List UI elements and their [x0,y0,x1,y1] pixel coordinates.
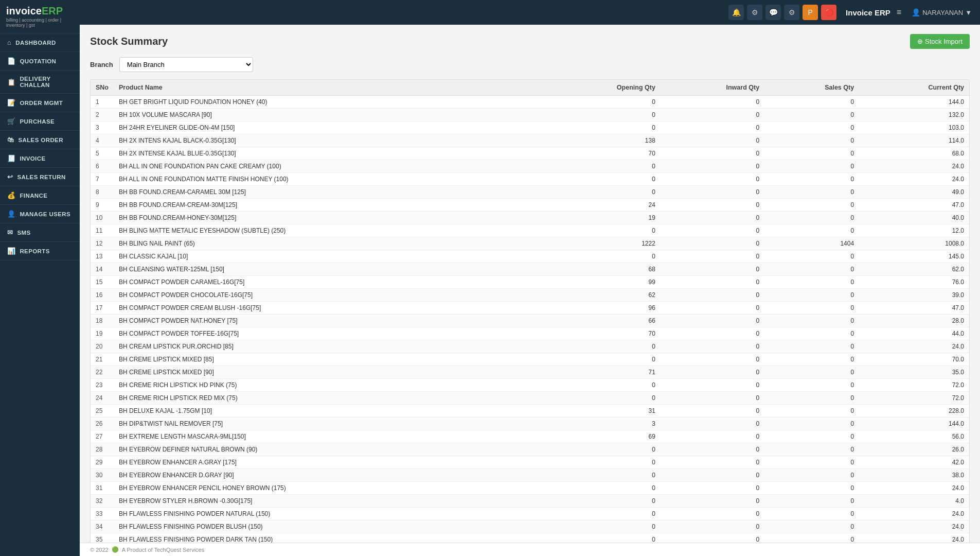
table-row: 12BH BLING NAIL PAINT (65)1222014041008.… [91,237,969,250]
cell-inward_qty: 0 [661,340,764,353]
cell-opening_qty: 0 [544,443,661,456]
cell-opening_qty: 71 [544,366,661,379]
settings-icon[interactable]: ⚙ [747,5,762,20]
cell-sales_qty: 0 [764,469,859,482]
cell-product_name: BH FLAWLESS FINISHING POWDER BLUSH (150) [114,520,544,533]
cell-product_name: BH EYEBROW DEFINER NATURAL BROWN (90) [114,443,544,456]
cell-current_qty: 24.0 [859,508,969,520]
cell-opening_qty: 62 [544,289,661,302]
sidebar-nav: ⌂DASHBOARD📄QUOTATION📋DELIVERY CHALLAN📝OR… [0,33,80,556]
topbar-user[interactable]: 👤 NARAYANAN ▼ [912,8,972,16]
cell-inward_qty: 0 [661,109,764,121]
cell-opening_qty: 0 [544,508,661,520]
branch-select[interactable]: Main BranchBranch 2Branch 3 [119,57,253,72]
table-row: 28BH EYEBROW DEFINER NATURAL BROWN (90)0… [91,443,969,456]
cell-inward_qty: 0 [661,418,764,430]
cell-opening_qty: 24 [544,199,661,212]
cell-current_qty: 72.0 [859,392,969,405]
table-row: 19BH COMPACT POWDER TOFFEE-16G[75]700044… [91,327,969,340]
cell-product_name: BH EXTREME LENGTH MASCARA-9ML[150] [114,430,544,443]
filter-row: Branch Main BranchBranch 2Branch 3 [90,57,970,72]
table-row: 22BH CREME LIPSTICK MIXED [90]710035.0 [91,366,969,379]
cell-current_qty: 24.0 [859,160,969,173]
nav-icon-order-mgmt: 📝 [7,99,15,107]
col-current_qty: Current Qty [859,80,969,96]
sidebar-label-sales-order: SALES ORDER [18,137,63,143]
cell-product_name: BH CLASSIC KAJAL [10] [114,250,544,263]
nav-icon-sales-return: ↩ [7,173,13,181]
cell-inward_qty: 0 [661,212,764,224]
cell-current_qty: 24.0 [859,482,969,495]
cell-product_name: BH CREME LIPSTICK MIXED [90] [114,366,544,379]
cell-inward_qty: 0 [661,289,764,302]
main-wrapper: 🔔 ⚙ 💬 ⚙ P 🔴 Invoice ERP ≡ 👤 NARAYANAN ▼ … [80,0,980,556]
nav-icon-reports: 📊 [7,247,15,255]
nav-icon-finance: 💰 [7,192,15,199]
cell-current_qty: 24.0 [859,340,969,353]
cell-sales_qty: 0 [764,109,859,121]
cell-inward_qty: 0 [661,327,764,340]
cell-current_qty: 28.0 [859,315,969,327]
cell-product_name: BH ALL IN ONE FOUNDATION MATTE FINISH HO… [114,173,544,186]
table-row: 14BH CLEANSING WATER-125ML [150]680062.0 [91,263,969,276]
table-row: 16BH COMPACT POWDER CHOCOLATE-16G[75]620… [91,289,969,302]
cell-current_qty: 68.0 [859,147,969,160]
table-row: 2BH 10X VOLUME MASCARA [90]000132.0 [91,109,969,121]
cell-sno: 32 [91,495,114,508]
cell-sno: 15 [91,276,114,289]
cell-sno: 27 [91,430,114,443]
col-sales_qty: Sales Qty [764,80,859,96]
cell-product_name: BH COMPACT POWDER NAT.HONEY [75] [114,315,544,327]
cell-current_qty: 1008.0 [859,237,969,250]
cell-sales_qty: 0 [764,495,859,508]
cell-sales_qty: 0 [764,520,859,533]
topbar-menu-icon[interactable]: ≡ [897,8,901,17]
cell-current_qty: 24.0 [859,173,969,186]
orange-icon[interactable]: P [803,5,818,20]
cell-inward_qty: 0 [661,160,764,173]
cell-current_qty: 12.0 [859,224,969,237]
chat-icon[interactable]: 💬 [765,5,781,20]
cell-sno: 3 [91,121,114,134]
topbar-username: NARAYANAN [922,9,963,16]
table-row: 20BH CREAM LIPSTICK PUR.ORCHID [85]00024… [91,340,969,353]
table-row: 30BH EYEBROW ENHANCER D.GRAY [90]00038.0 [91,469,969,482]
bell-icon[interactable]: 🔔 [728,5,744,20]
content-area: Stock Summary ⊕ Stock Import Branch Main… [80,25,980,543]
red-icon[interactable]: 🔴 [821,5,836,20]
cell-sales_qty: 0 [764,366,859,379]
cell-product_name: BH COMPACT POWDER CHOCOLATE-16G[75] [114,289,544,302]
cell-current_qty: 228.0 [859,405,969,418]
sidebar-item-sales-return: ↩SALES RETURN [0,168,80,186]
cell-product_name: BH EYEBROW ENHANCER PENCIL HONEY BROWN (… [114,482,544,495]
sidebar-item-sms: ✉SMS [0,223,80,242]
cell-sno: 28 [91,443,114,456]
cell-opening_qty: 1222 [544,237,661,250]
cell-opening_qty: 0 [544,495,661,508]
cell-opening_qty: 0 [544,173,661,186]
cell-sales_qty: 0 [764,134,859,147]
cell-sales_qty: 1404 [764,237,859,250]
cell-current_qty: 24.0 [859,533,969,543]
cell-sales_qty: 0 [764,173,859,186]
cell-product_name: BH CREME LIPSTICK MIXED [85] [114,353,544,366]
cell-opening_qty: 138 [544,134,661,147]
nav-icon-delivery-challan: 📋 [7,78,15,86]
cell-sales_qty: 0 [764,199,859,212]
config-icon[interactable]: ⚙ [784,5,799,20]
sidebar-item-purchase: 🛒PURCHASE [0,112,80,131]
table-row: 23BH CREME RICH LIPSTICK HD PINK (75)000… [91,379,969,392]
sidebar-item-manage-users: 👤MANAGE USERS [0,205,80,223]
sidebar-label-purchase: PURCHASE [20,118,55,125]
sidebar-label-manage-users: MANAGE USERS [20,211,70,217]
page-header: Stock Summary ⊕ Stock Import [90,34,970,49]
stock-import-button[interactable]: ⊕ Stock Import [910,34,970,49]
cell-sales_qty: 0 [764,456,859,469]
cell-inward_qty: 0 [661,173,764,186]
logo-tagline: billing | accounting | order | inventory… [6,18,74,28]
cell-opening_qty: 70 [544,147,661,160]
cell-opening_qty: 66 [544,315,661,327]
cell-sno: 20 [91,340,114,353]
table-row: 6BH ALL IN ONE FOUNDATION PAN CAKE CREAM… [91,160,969,173]
cell-product_name: BH 2X INTENS KAJAL BLACK-0.35G[130] [114,134,544,147]
